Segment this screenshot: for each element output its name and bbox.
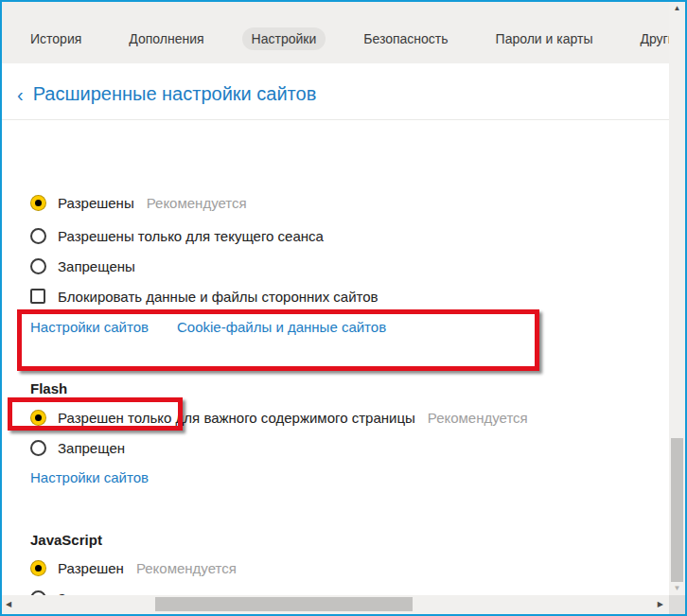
js-radio-allowed[interactable]: Разрешен Рекомендуется: [30, 556, 237, 579]
radio-selected-icon[interactable]: [30, 410, 46, 426]
page-title: Расширенные настройки сайтов: [33, 83, 317, 105]
radio-unselected-icon[interactable]: [30, 258, 46, 274]
recommended-badge: Рекомендуется: [428, 410, 528, 426]
scroll-up-arrow-icon[interactable]: ▲: [669, 4, 685, 12]
browser-settings-window: История Дополнения Настройки Безопасност…: [0, 0, 687, 616]
vertical-scrollbar[interactable]: ▲ ▼: [669, 2, 685, 595]
radio-unselected-icon[interactable]: [30, 228, 46, 244]
settings-content: ‹ Расширенные настройки сайтов Разрешены…: [2, 63, 669, 595]
tab-security[interactable]: Безопасность: [354, 27, 457, 50]
tab-history[interactable]: История: [21, 27, 91, 50]
scroll-down-arrow-icon[interactable]: ▼: [669, 584, 685, 592]
back-chevron-icon[interactable]: ‹: [17, 85, 24, 104]
horizontal-scrollbar-thumb[interactable]: [155, 597, 413, 611]
checkbox-block-third-party[interactable]: Блокировать данные и файлы сторонних сай…: [30, 285, 379, 308]
horizontal-scrollbar[interactable]: ◀ ▶: [2, 595, 669, 614]
radio-label: Разрешены только для текущего сеанса: [58, 228, 324, 244]
tabs-bar: История Дополнения Настройки Безопасност…: [2, 2, 685, 63]
radio-unselected-icon[interactable]: [30, 440, 46, 456]
radio-option-session-only[interactable]: Разрешены только для текущего сеанса: [30, 224, 324, 247]
page-title-row[interactable]: ‹ Расширенные настройки сайтов: [17, 83, 316, 105]
flash-section-title: Flash: [30, 378, 67, 398]
flash-radio-blocked[interactable]: Запрещен: [30, 436, 125, 459]
recommended-badge: Рекомендуется: [136, 560, 237, 576]
flash-radio-allowed-important[interactable]: Разрешен только для важного содержимого …: [30, 406, 528, 429]
title-divider: [2, 119, 669, 120]
flash-links-row: Настройки сайтов: [30, 466, 149, 488]
scroll-right-arrow-icon[interactable]: ▶: [658, 600, 663, 608]
radio-selected-icon[interactable]: [30, 195, 46, 211]
radio-label: Разрешен только для важного содержимого …: [58, 410, 415, 426]
radio-selected-icon[interactable]: [30, 560, 46, 576]
javascript-section-title: JavaScript: [30, 529, 102, 550]
recommended-badge: Рекомендуется: [147, 195, 247, 211]
cookie-data-link[interactable]: Cookie-файлы и данные сайтов: [177, 319, 386, 335]
checkbox-label: Блокировать данные и файлы сторонних сай…: [58, 289, 379, 305]
flash-site-settings-link[interactable]: Настройки сайтов: [30, 469, 149, 485]
scroll-left-arrow-icon[interactable]: ◀: [6, 600, 11, 608]
tab-passwords-cards[interactable]: Пароли и карты: [486, 27, 603, 50]
checkbox-icon[interactable]: [30, 289, 45, 304]
cookies-links-row: Настройки сайтов Cookie-файлы и данные с…: [30, 315, 386, 338]
radio-label: Запрещены: [58, 258, 135, 274]
vertical-scrollbar-thumb[interactable]: [671, 438, 683, 582]
site-settings-link[interactable]: Настройки сайтов: [30, 319, 149, 335]
radio-label: Запрещен: [58, 440, 125, 456]
radio-label: Разрешены: [58, 195, 134, 211]
radio-option-blocked[interactable]: Запрещены: [30, 255, 135, 277]
radio-option-allowed[interactable]: Разрешены Рекомендуется: [30, 191, 247, 214]
tab-addons[interactable]: Дополнения: [119, 27, 213, 50]
scrollbar-corner: [669, 595, 685, 614]
tab-settings[interactable]: Настройки: [242, 27, 326, 50]
tabs-list: История Дополнения Настройки Безопасност…: [21, 27, 687, 50]
radio-label: Разрешен: [58, 560, 124, 576]
